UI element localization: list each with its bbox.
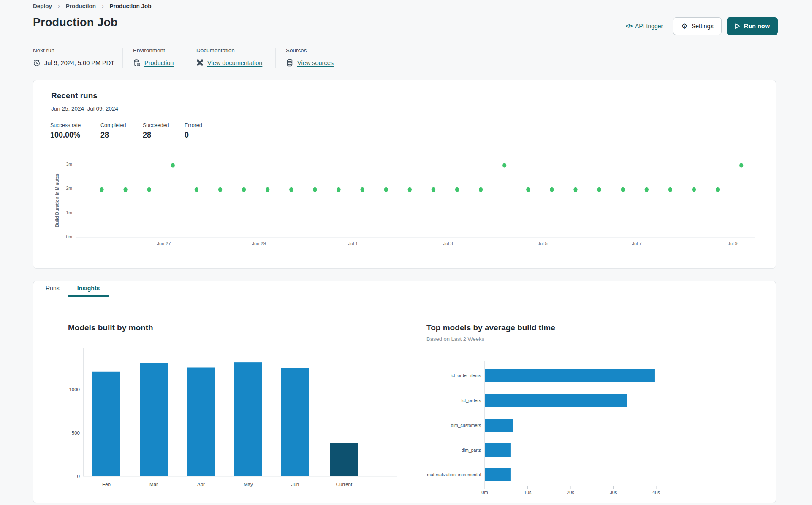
models-built-by-month-chart[interactable]: 05001000FebMarAprMayJunCurrent: [60, 345, 406, 492]
svg-text:40s: 40s: [652, 490, 660, 495]
clock-icon: [33, 59, 41, 67]
svg-text:30s: 30s: [610, 490, 617, 495]
dbt-docs-icon: [196, 59, 204, 66]
stat-label: Errored: [185, 122, 202, 128]
chevron-right-icon: ›: [102, 3, 104, 9]
view-sources-link[interactable]: View sources: [297, 59, 334, 66]
stat-label: Success rate: [50, 122, 81, 128]
next-run-value: Jul 9, 2024, 5:00 PM PDT: [44, 59, 114, 66]
meta-label: Documentation: [196, 47, 262, 54]
build-duration-scatter-chart[interactable]: 0m1m2m3mBuild Duration in MinutesJun 27J…: [42, 156, 768, 267]
breadcrumb-production-job: Production Job: [110, 3, 152, 9]
svg-text:Jul 1: Jul 1: [348, 241, 358, 246]
meta-next-run: Next run Jul 9, 2024, 5:00 PM PDT: [33, 47, 114, 67]
gear-icon: ⚙: [681, 23, 687, 30]
top-models-chart-title: Top models by average build time: [426, 323, 555, 332]
svg-text:0: 0: [77, 474, 80, 479]
svg-text:Apr: Apr: [197, 482, 205, 487]
api-trigger-link[interactable]: </> API trigger: [626, 23, 663, 30]
stat-errored: Errored 0: [185, 122, 202, 140]
svg-text:1000: 1000: [69, 387, 80, 392]
svg-text:Jun: Jun: [291, 482, 299, 487]
run-now-label: Run now: [744, 23, 770, 30]
stat-succeeded: Succeeded 28: [143, 122, 169, 140]
database-icon: [286, 59, 293, 67]
stat-label: Succeeded: [143, 122, 169, 128]
divider: [122, 48, 123, 68]
breadcrumb-deploy[interactable]: Deploy: [33, 3, 52, 9]
svg-text:dim_customers: dim_customers: [451, 423, 481, 428]
meta-sources: Sources View sources: [286, 47, 334, 67]
insights-card: Runs Insights Models built by month 0500…: [33, 281, 776, 503]
svg-text:Feb: Feb: [102, 482, 111, 487]
stat-value: 0: [185, 131, 202, 140]
settings-button[interactable]: ⚙ Settings: [673, 17, 722, 35]
recent-runs-title: Recent runs: [51, 91, 98, 100]
divider: [185, 48, 185, 68]
run-now-button[interactable]: Run now: [727, 17, 778, 35]
svg-text:Build Duration in Minutes: Build Duration in Minutes: [54, 173, 60, 227]
svg-text:dim_parts: dim_parts: [462, 448, 481, 453]
chevron-right-icon: ›: [58, 3, 60, 9]
svg-text:500: 500: [72, 430, 80, 435]
svg-text:Jun 27: Jun 27: [157, 241, 171, 246]
recent-runs-date-range: Jun 25, 2024–Jul 09, 2024: [51, 105, 118, 112]
environment-icon: [133, 59, 141, 67]
svg-text:3m: 3m: [66, 162, 72, 167]
stat-success-rate: Success rate 100.00%: [50, 122, 81, 140]
svg-text:0m: 0m: [481, 490, 488, 495]
header-actions: </> API trigger ⚙ Settings Run now: [626, 17, 778, 35]
svg-text:0m: 0m: [66, 234, 72, 239]
top-models-by-build-time-chart[interactable]: 0m10s20s30s40sfct_order_itemsfct_ordersd…: [418, 345, 756, 500]
svg-text:Jul 3: Jul 3: [443, 241, 453, 246]
meta-label: Environment: [133, 47, 174, 54]
svg-text:Mar: Mar: [149, 482, 158, 487]
meta-environment: Environment Production: [133, 47, 174, 67]
view-documentation-link[interactable]: View documentation: [207, 59, 262, 66]
svg-text:Jun 29: Jun 29: [252, 241, 266, 246]
svg-text:1m: 1m: [66, 210, 72, 215]
svg-text:fct_order_items: fct_order_items: [451, 373, 481, 378]
top-models-chart-subtitle: Based on Last 2 Weeks: [426, 336, 484, 342]
code-icon: </>: [626, 23, 632, 29]
svg-text:10s: 10s: [524, 490, 532, 495]
stat-value: 100.00%: [50, 131, 81, 140]
stat-completed: Completed 28: [100, 122, 126, 140]
recent-runs-card: Recent runs Jun 25, 2024–Jul 09, 2024 Su…: [33, 80, 776, 269]
svg-text:May: May: [244, 482, 253, 487]
meta-label: Sources: [286, 47, 334, 54]
svg-text:2m: 2m: [66, 186, 72, 191]
production-job-page: Deploy › Production › Production Job Pro…: [0, 0, 812, 505]
svg-text:fct_orders: fct_orders: [461, 398, 481, 403]
models-built-chart-title: Models built by month: [68, 323, 153, 332]
stat-value: 28: [100, 131, 126, 140]
tab-bar: Runs Insights: [33, 281, 776, 297]
meta-documentation: Documentation View documentation: [196, 47, 262, 66]
environment-link[interactable]: Production: [144, 59, 174, 66]
svg-text:Current: Current: [336, 482, 353, 487]
play-icon: [735, 23, 740, 29]
divider: [275, 48, 276, 68]
meta-label: Next run: [33, 47, 114, 54]
tab-runs[interactable]: Runs: [37, 281, 68, 297]
svg-text:Jul 7: Jul 7: [632, 241, 641, 246]
svg-text:20s: 20s: [567, 490, 574, 495]
svg-text:Jul 9: Jul 9: [728, 241, 737, 246]
breadcrumb-production[interactable]: Production: [66, 3, 96, 9]
tab-insights[interactable]: Insights: [68, 281, 109, 297]
svg-text:materialization_incremental: materialization_incremental: [427, 472, 481, 477]
breadcrumb: Deploy › Production › Production Job: [33, 3, 152, 9]
page-title: Production Job: [33, 16, 118, 29]
svg-text:Jul 5: Jul 5: [538, 241, 547, 246]
api-trigger-label: API trigger: [635, 23, 663, 30]
settings-label: Settings: [691, 23, 713, 30]
stat-label: Completed: [100, 122, 126, 128]
stat-value: 28: [143, 131, 169, 140]
